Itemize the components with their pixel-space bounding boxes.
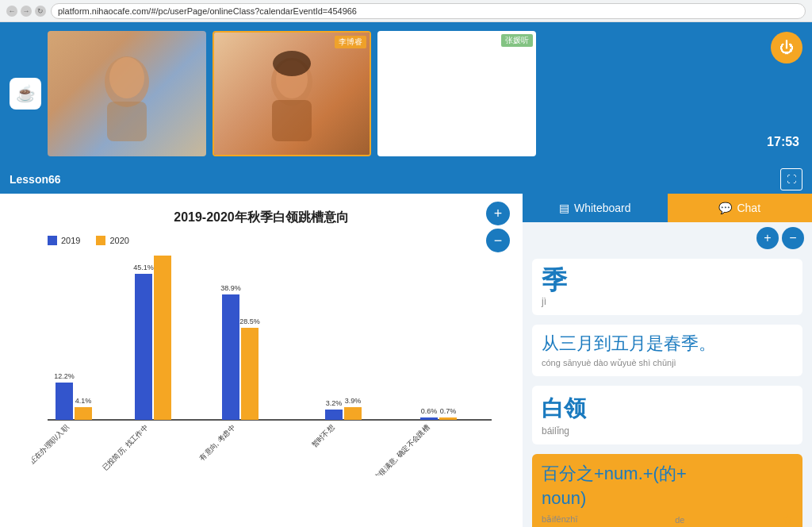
bar-value-1-blue: 12.2% [54,372,75,380]
chat-entry-bailin: 白领 báilǐng [532,386,802,444]
panel-content: 季 jì 从三月到五月是春季。 cóng sānyuè dào wǔyuè sh… [523,249,812,527]
legend-dot-2019 [48,236,57,245]
chat-tab-icon: 💬 [718,202,732,214]
video-label-3: 张媛听 [501,34,533,47]
video-placeholder-1 [48,31,206,156]
bar-group5-blue [420,417,438,420]
panel-zoom-controls: + − [523,222,812,249]
legend-item-2020: 2020 [96,236,128,245]
top-section: ☕ 李博睿 张媛听 ⏻ [0,22,812,165]
chat-tab-label: Chat [737,202,760,214]
bar-value-2-blue: 45.1% [133,264,154,271]
x-label-1: 正在办理职/入职 [32,423,70,465]
x-label-2: 已投简历, 找工作中 [101,423,150,472]
bar-group2-gold [154,256,171,420]
power-icon: ⏻ [779,40,794,56]
pinyin-ji: jì [542,296,793,307]
word-bailin: 白领 [542,394,793,424]
svg-point-6 [273,51,311,76]
url-text: platform.nihaocafe.com/#/pc/userPage/onl… [58,6,357,16]
panel-tabs: ▤ Whiteboard 💬 Chat [523,194,812,222]
tab-chat[interactable]: 💬 Chat [668,194,813,222]
whiteboard-tab-label: Whiteboard [574,202,631,214]
char-ji: 季 [542,267,793,294]
browser-bar: ← → ↻ platform.nihaocafe.com/#/pc/userPa… [0,0,812,22]
chart-container: 2019-2020年秋季白领跳槽意向 2019 2020 [0,194,523,527]
power-button[interactable]: ⏻ [771,32,802,63]
bar-group1-gold [75,407,92,420]
app-logo: ☕ [10,78,41,110]
chat-entry-sentence: 从三月到五月是春季。 cóng sānyuè dào wǔyuè shì chū… [532,325,802,376]
toolbar: Lesson66 ⛶ [0,165,812,194]
svg-point-1 [109,57,144,98]
bar-group1-blue [56,383,73,420]
video-placeholder-2 [214,33,370,155]
bar-value-1-gold: 4.1% [75,397,92,405]
video-feed-2: 李博睿 [213,31,371,156]
bar-value-4-blue: 3.2% [326,399,343,407]
chart-title: 2019-2020年秋季白领跳槽意向 [16,210,507,226]
bar-value-3-gold: 28.5% [239,317,260,325]
sentence-text: 从三月到五月是春季。 [542,333,793,356]
svg-rect-2 [107,102,147,141]
lesson-title: Lesson66 [10,173,780,186]
tab-whiteboard[interactable]: ▤ Whiteboard [523,194,668,222]
bar-value-5-blue: 0.6% [421,407,438,415]
x-label-4: 暂时不想 [310,423,336,449]
back-button[interactable]: ← [6,6,17,17]
chart-legend: 2019 2020 [48,236,507,245]
chart-zoom-controls: + − [486,202,510,252]
legend-item-2019: 2019 [48,236,80,245]
pattern-pinyin-left: bǎifēnzhī [542,514,578,525]
panel-zoom-out-button[interactable]: − [782,227,804,249]
browser-controls: ← → ↻ [6,6,46,17]
sentence-pinyin: cóng sānyuè dào wǔyuè shì chūnjì [542,358,793,368]
x-label-3: 有意向, 考虑中 [198,423,237,462]
bar-chart-svg: 12.2% 4.1% 45.1% 52.9% 38.9% 28.5% 3.2 [32,253,492,475]
whiteboard-tab-icon: ▤ [559,202,569,214]
video-placeholder-3 [377,31,536,156]
face-silhouette-1 [95,46,159,141]
panel-zoom-in-button[interactable]: + [756,227,779,249]
bar-group3-blue [222,294,239,420]
bar-value-5-gold: 0.7% [440,407,457,415]
chat-entry-pattern: 百分之+num.+(的+noun) bǎifēnzhī de ★ [532,454,802,527]
face-silhouette-2 [260,46,324,141]
fullscreen-icon: ⛶ [787,174,796,185]
x-label-5: 对现在工作很满意, 确定不会跳槽 [352,423,431,475]
fullscreen-button[interactable]: ⛶ [780,168,802,190]
bar-value-4-gold: 3.9% [345,397,362,405]
timer-display: 17:53 [767,135,799,149]
legend-dot-2020 [96,236,105,245]
legend-label-2019: 2019 [61,236,80,245]
star-icon: ★ [782,512,793,527]
right-panel: ▤ Whiteboard 💬 Chat + − 季 jì 从三月到五月是春季。 … [523,194,812,527]
bar-group2-blue [135,274,152,420]
video-feed-1 [48,31,206,156]
zoom-in-button[interactable]: + [486,202,510,225]
chat-entry-ji: 季 jì [532,259,802,315]
whiteboard-area: 2019-2020年秋季白领跳槽意向 2019 2020 [0,194,523,527]
svg-rect-5 [272,100,312,141]
bar-group4-gold [344,407,362,420]
main-content: 2019-2020年秋季白领跳槽意向 2019 2020 [0,194,812,527]
refresh-button[interactable]: ↻ [35,6,46,17]
bar-group5-gold [439,417,457,420]
chart-area: 12.2% 4.1% 45.1% 52.9% 38.9% 28.5% 3.2 [32,253,499,460]
bar-group4-blue [325,410,343,420]
forward-button[interactable]: → [21,6,32,17]
url-bar[interactable]: platform.nihaocafe.com/#/pc/userPage/onl… [51,3,806,19]
legend-label-2020: 2020 [109,236,128,245]
video-feed-3: 张媛听 [377,31,536,156]
pattern-pinyin: bǎifēnzhī de ★ [542,512,793,527]
pinyin-bailin: báilǐng [542,425,793,437]
bar-group3-gold [241,328,259,420]
zoom-out-button[interactable]: − [486,229,510,252]
pattern-pinyin-right: de [675,515,684,525]
pattern-text: 百分之+num.+(的+noun) [542,462,793,511]
bar-value-3-blue: 38.9% [220,284,241,292]
video-label-2: 李博睿 [335,36,366,48]
